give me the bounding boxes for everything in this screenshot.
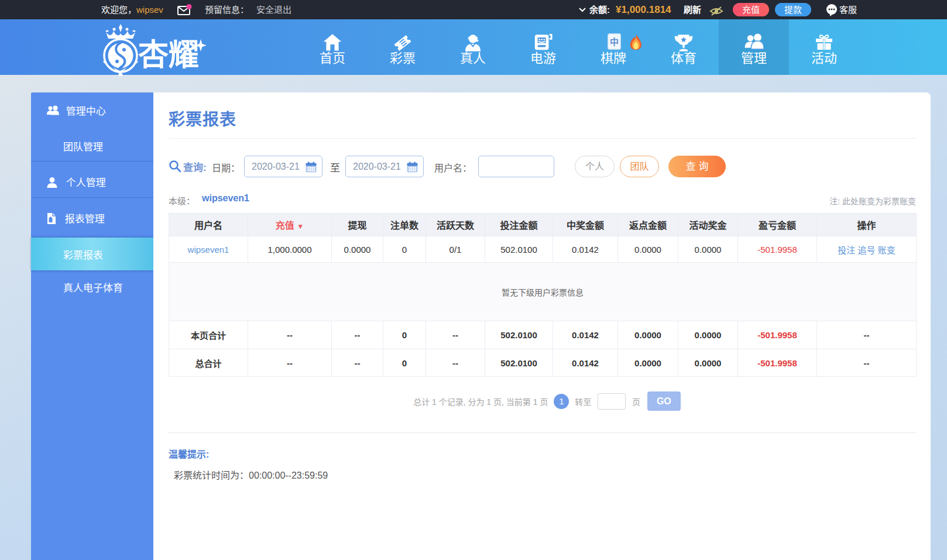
svg-text:中: 中 xyxy=(610,37,619,47)
svg-text:杏耀: 杏耀 xyxy=(138,38,199,72)
